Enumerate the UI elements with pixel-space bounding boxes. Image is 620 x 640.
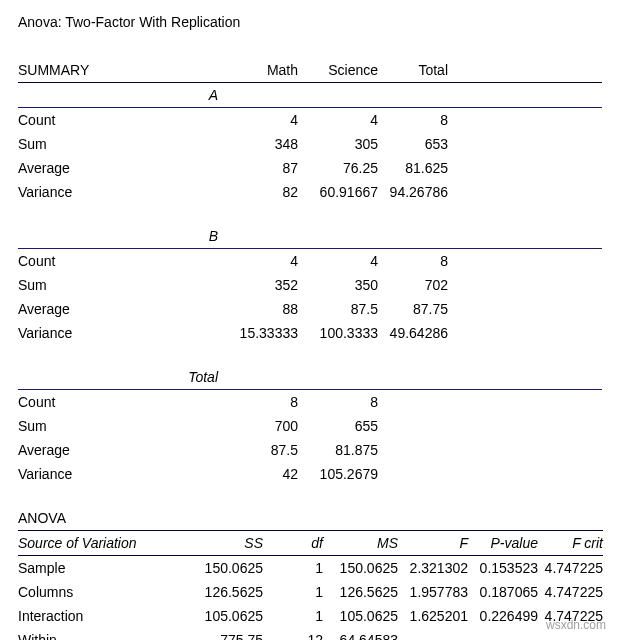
table-row: Count 4 4 8 (18, 249, 602, 274)
cell: 4 (298, 249, 378, 274)
table-row: Sample 150.0625 1 150.0625 2.321302 0.15… (18, 556, 603, 581)
table-row: Count 4 4 8 (18, 108, 602, 133)
cell: 1 (263, 580, 323, 604)
col-p: P-value (468, 531, 538, 556)
row-label: Sum (18, 273, 218, 297)
cell: 8 (218, 390, 298, 415)
cell: 1.957783 (398, 580, 468, 604)
table-row: Sum 352 350 702 (18, 273, 602, 297)
summary-heading: SUMMARY (18, 58, 218, 83)
cell: 1 (263, 556, 323, 581)
col-fcrit: F crit (538, 531, 603, 556)
table-row: Columns 126.5625 1 126.5625 1.957783 0.1… (18, 580, 603, 604)
table-row: Count 8 8 (18, 390, 602, 415)
cell: 88 (218, 297, 298, 321)
cell (378, 390, 448, 415)
cell: 8 (298, 390, 378, 415)
cell: 1 (263, 604, 323, 628)
table-row: Variance 42 105.2679 (18, 462, 602, 486)
row-label: Average (18, 438, 218, 462)
cell: 42 (218, 462, 298, 486)
row-label: Variance (18, 462, 218, 486)
cell: 655 (298, 414, 378, 438)
cell: 49.64286 (378, 321, 448, 345)
cell: 8 (378, 108, 448, 133)
cell: Columns (18, 580, 188, 604)
col-ss: SS (188, 531, 263, 556)
group-name: A (18, 83, 218, 108)
cell: 81.625 (378, 156, 448, 180)
row-label: Variance (18, 321, 218, 345)
cell (378, 462, 448, 486)
cell: 87.5 (218, 438, 298, 462)
cell (378, 414, 448, 438)
table-row: Average 88 87.5 87.75 (18, 297, 602, 321)
cell: 305 (298, 132, 378, 156)
table-row: Average 87.5 81.875 (18, 438, 602, 462)
group-name: B (18, 224, 218, 249)
cell: 87 (218, 156, 298, 180)
row-label: Average (18, 297, 218, 321)
cell: 8 (378, 249, 448, 274)
row-label: Sum (18, 414, 218, 438)
cell: 126.5625 (323, 580, 398, 604)
cell: 60.91667 (298, 180, 378, 204)
cell (468, 628, 538, 640)
cell: 150.0625 (188, 556, 263, 581)
table-row: Sum 700 655 (18, 414, 602, 438)
row-label: Count (18, 390, 218, 415)
cell: 348 (218, 132, 298, 156)
cell: 15.33333 (218, 321, 298, 345)
cell (378, 438, 448, 462)
cell: 150.0625 (323, 556, 398, 581)
cell: 12 (263, 628, 323, 640)
watermark: wsxdn.com (546, 618, 606, 632)
cell: 0.153523 (468, 556, 538, 581)
cell: 81.875 (298, 438, 378, 462)
row-label: Sum (18, 132, 218, 156)
cell: 4 (218, 249, 298, 274)
col-total: Total (378, 58, 448, 83)
row-label: Variance (18, 180, 218, 204)
cell: Sample (18, 556, 188, 581)
col-source: Source of Variation (18, 531, 188, 556)
page-title: Anova: Two-Factor With Replication (18, 14, 602, 30)
cell: 105.2679 (298, 462, 378, 486)
col-df: df (263, 531, 323, 556)
cell: 64.64583 (323, 628, 398, 640)
cell: 700 (218, 414, 298, 438)
col-f: F (398, 531, 468, 556)
anova-heading: ANOVA (18, 510, 602, 526)
cell: 0.187065 (468, 580, 538, 604)
cell: 82 (218, 180, 298, 204)
cell: 350 (298, 273, 378, 297)
col-science: Science (298, 58, 378, 83)
cell: 702 (378, 273, 448, 297)
cell: 1.625201 (398, 604, 468, 628)
anova-table: Source of Variation SS df MS F P-value F… (18, 530, 603, 640)
col-math: Math (218, 58, 298, 83)
col-ms: MS (323, 531, 398, 556)
cell: Interaction (18, 604, 188, 628)
cell: 100.3333 (298, 321, 378, 345)
table-row: Variance 82 60.91667 94.26786 (18, 180, 602, 204)
cell: 653 (378, 132, 448, 156)
cell: 4 (298, 108, 378, 133)
cell: 0.226499 (468, 604, 538, 628)
table-row: Sum 348 305 653 (18, 132, 602, 156)
cell: 4 (218, 108, 298, 133)
cell: 105.0625 (188, 604, 263, 628)
cell: 2.321302 (398, 556, 468, 581)
cell: Within (18, 628, 188, 640)
row-label: Average (18, 156, 218, 180)
table-row: Within 775.75 12 64.64583 (18, 628, 603, 640)
row-label: Count (18, 249, 218, 274)
table-row: Interaction 105.0625 1 105.0625 1.625201… (18, 604, 603, 628)
cell: 4.747225 (538, 580, 603, 604)
cell: 76.25 (298, 156, 378, 180)
table-row: Variance 15.33333 100.3333 49.64286 (18, 321, 602, 345)
cell: 105.0625 (323, 604, 398, 628)
cell: 352 (218, 273, 298, 297)
cell: 775.75 (188, 628, 263, 640)
cell (398, 628, 468, 640)
